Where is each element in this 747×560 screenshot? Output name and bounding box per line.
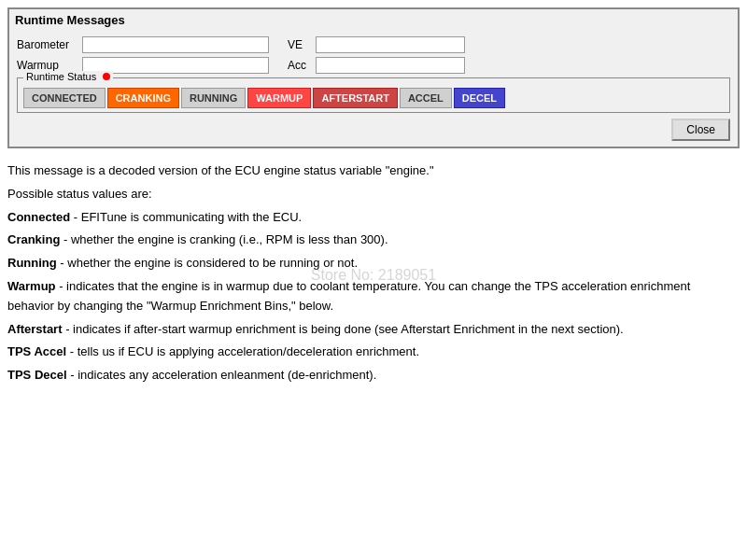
text-cranking: - whether the engine is cranking (i.e., … — [60, 232, 388, 246]
warmup-row: Warmup Acc — [17, 57, 730, 74]
text-tps-accel: - tells us if ECU is applying accelerati… — [66, 344, 419, 358]
panel-title: Runtime Messages — [9, 9, 738, 31]
runtime-status-legend: Runtime Status — [23, 71, 113, 82]
term-tps-decel: TPS Decel — [7, 368, 67, 382]
status-buttons-container: CONNECTED CRANKING RUNNING WARMUP AFTERS… — [23, 88, 724, 108]
close-row: Close — [17, 119, 730, 141]
status-btn-decel[interactable]: DECEL — [454, 88, 505, 108]
description-intro: This message is a decoded version of the… — [7, 161, 740, 181]
barometer-row: Barometer VE — [17, 36, 730, 53]
status-indicator-dot — [103, 73, 110, 80]
description-item-tps-accel: TPS Accel - tells us if ECU is applying … — [7, 343, 740, 362]
close-button[interactable]: Close — [671, 119, 730, 141]
text-afterstart: - indicates if after-start warmup enrich… — [63, 322, 624, 336]
runtime-status-box: Runtime Status CONNECTED CRANKING RUNNIN… — [17, 77, 730, 113]
ve-label: VE — [288, 38, 316, 51]
description-item-tps-decel: TPS Decel - indicates any acceleration e… — [7, 366, 740, 385]
description-item-connected: Connected - EFITune is communicating wit… — [7, 208, 740, 228]
barometer-input[interactable] — [82, 36, 269, 53]
text-connected: - EFITune is communicating with the ECU. — [70, 210, 302, 224]
barometer-label: Barometer — [17, 38, 82, 51]
acc-label: Acc — [288, 59, 316, 72]
term-warmup: Warmup — [7, 279, 56, 293]
description-status-intro: Possible status values are: — [7, 185, 740, 204]
acc-input[interactable] — [316, 57, 465, 74]
text-warmup: - indicates that the engine is in warmup… — [7, 279, 690, 313]
description-item-afterstart: Afterstart - indicates if after-start wa… — [7, 320, 740, 340]
ve-input[interactable] — [316, 36, 465, 53]
text-tps-decel: - indicates any acceleration enleanment … — [67, 368, 377, 382]
runtime-status-legend-text: Runtime Status — [26, 71, 96, 82]
description-item-warmup: Warmup - indicates that the engine is in… — [7, 277, 740, 316]
status-btn-warmup[interactable]: WARMUP — [247, 88, 311, 108]
runtime-messages-panel: Runtime Messages Barometer VE Warmup Acc… — [7, 7, 740, 148]
status-btn-cranking[interactable]: CRANKING — [107, 88, 179, 108]
description-item-cranking: Cranking - whether the engine is crankin… — [7, 231, 740, 250]
text-running: - whether the engine is considered to be… — [57, 256, 358, 270]
panel-content: Barometer VE Warmup Acc Runtime Status C — [9, 31, 738, 147]
term-afterstart: Afterstart — [7, 322, 63, 336]
status-btn-connected[interactable]: CONNECTED — [23, 88, 106, 108]
term-connected: Connected — [7, 210, 70, 224]
status-btn-afterstart[interactable]: AFTERSTART — [313, 88, 398, 108]
status-btn-running[interactable]: RUNNING — [181, 88, 246, 108]
status-btn-accel[interactable]: ACCEL — [400, 88, 452, 108]
main-container: Runtime Messages Barometer VE Warmup Acc… — [7, 7, 740, 393]
term-tps-accel: TPS Accel — [7, 344, 66, 358]
term-running: Running — [7, 256, 57, 270]
warmup-label: Warmup — [17, 59, 82, 72]
description-item-running: Running - whether the engine is consider… — [7, 254, 740, 273]
term-cranking: Cranking — [7, 232, 60, 246]
description-section: This message is a decoded version of the… — [7, 158, 740, 393]
